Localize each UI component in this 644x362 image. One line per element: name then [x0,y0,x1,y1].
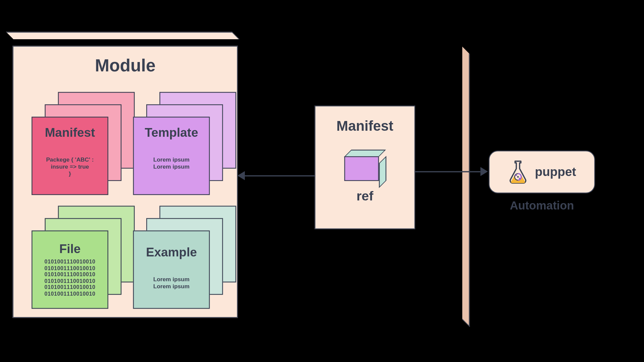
manifest-ref-label: ref [315,188,414,204]
file-card-front: File 0101001110010010 0101001110010010 0… [32,231,108,309]
ref-cube-front [344,156,379,181]
arrow-manifest-to-puppet [415,171,480,172]
module-title: Module [13,56,237,75]
puppet-name: puppet [535,165,576,179]
example-card-body: Lorem ipsum Lorem ipsum [134,276,209,290]
file-card-stack: File 0101001110010010 0101001110010010 0… [32,206,121,310]
template-card-title: Template [134,126,209,140]
diagram-canvas: Module Manifest Packege { 'ABC' : insure… [3,13,640,349]
manifest-card-stack: Manifest Packege { 'ABC' : insure => tru… [32,92,121,196]
example-card-stack: Example Lorem ipsum Lorem ipsum [133,206,222,310]
svg-point-3 [519,178,521,179]
example-card-title: Example [134,245,209,259]
arrow-manifest-to-module [245,175,315,177]
puppet-caption: Automation [489,199,595,212]
file-card-body: 0101001110010010 0101001110010010 010100… [33,258,108,297]
ref-cube-icon [344,150,385,176]
puppet-flask-icon [508,160,529,184]
svg-point-1 [517,176,519,178]
template-card-stack: Template Lorem ipsum Lorem ipsum [133,92,222,196]
manifest-card-body: Packege { 'ABC' : insure => true } [33,156,108,177]
manifest-ref-panel: Manifest ref [315,106,415,229]
svg-point-2 [516,174,517,176]
module-panel: Module Manifest Packege { 'ABC' : insure… [13,46,238,318]
file-card-title: File [33,242,108,256]
manifest-card-title: Manifest [33,126,108,140]
template-card-body: Lorem ipsum Lorem ipsum [134,156,209,170]
ref-cube-side [379,156,386,188]
puppet-box: puppet [489,150,595,193]
example-card-front: Example Lorem ipsum Lorem ipsum [133,231,210,309]
module-panel-front-face: Module Manifest Packege { 'ABC' : insure… [13,46,238,318]
manifest-card-front: Manifest Packege { 'ABC' : insure => tru… [32,117,108,195]
manifest-ref-title: Manifest [315,118,414,134]
template-card-front: Template Lorem ipsum Lorem ipsum [133,117,210,195]
